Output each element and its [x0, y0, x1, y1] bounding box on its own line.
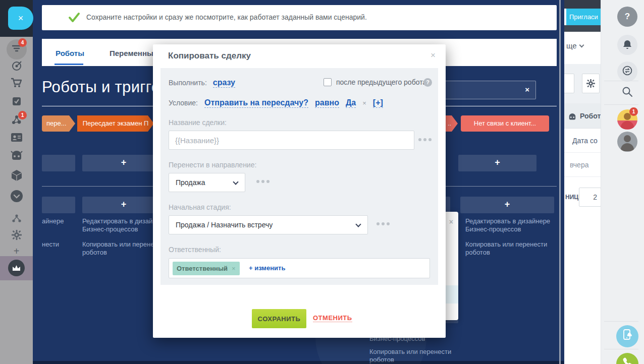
notifications-button[interactable]: [617, 35, 637, 55]
edit-in-designer-link[interactable]: айнере: [42, 217, 64, 225]
add-robot-button[interactable]: +: [460, 197, 554, 213]
robot-tab-label: Робот: [580, 112, 601, 120]
stage-select[interactable]: Продажа / Назначить встречу: [169, 215, 368, 234]
add-robot-button[interactable]: [42, 155, 75, 171]
add-robot-button[interactable]: +: [458, 155, 536, 171]
toolbar-button[interactable]: [564, 74, 574, 93]
sitemap-icon[interactable]: [0, 214, 33, 225]
execute-value-link[interactable]: сразу: [213, 78, 235, 88]
close-menu-button[interactable]: ×: [8, 7, 33, 30]
sidebar-item-crown[interactable]: [0, 256, 33, 280]
responsible-field[interactable]: Ответственный× + изменить: [169, 258, 430, 278]
tag-remove-icon[interactable]: ×: [232, 265, 236, 272]
help-icon[interactable]: ?: [423, 78, 432, 87]
invite-button[interactable]: Пригласи: [566, 9, 601, 25]
mobile-app-icon: [622, 329, 632, 340]
copy-robots-link[interactable]: роботов: [82, 249, 107, 257]
chevron-down-icon: [579, 43, 584, 48]
responsible-label: Ответственный:: [169, 246, 221, 254]
save-button[interactable]: СОХРАНИТЬ: [252, 309, 306, 328]
bell-icon: [623, 40, 632, 49]
date-column-header[interactable]: Дата со: [564, 129, 601, 153]
left-sidebar: 4 1 + ×: [0, 0, 33, 364]
copy-robots-link[interactable]: нести: [42, 240, 59, 249]
right-toolbar: ? 1: [601, 0, 644, 364]
more-label: ще: [566, 41, 577, 50]
edit-in-designer-link[interactable]: Редактировать в дизайнере: [465, 217, 550, 225]
mobile-app-button[interactable]: [616, 325, 638, 347]
telephony-button[interactable]: [616, 353, 638, 364]
deal-name-input[interactable]: [169, 131, 414, 150]
divider: [604, 104, 638, 105]
condition-label: Условие:: [169, 99, 198, 107]
chevron-down-icon: [355, 221, 361, 227]
divider: [604, 321, 638, 322]
cart-icon[interactable]: [0, 77, 33, 90]
copy-robots-link[interactable]: Копировать или перенести: [82, 240, 164, 249]
condition-value-link[interactable]: Да: [346, 98, 356, 108]
chevron-down-icon[interactable]: [0, 190, 33, 205]
chevron-down-icon: [233, 179, 238, 185]
stage-badge[interactable]: ..: [446, 115, 458, 132]
filter-icon[interactable]: [0, 43, 33, 56]
bottom-edge: [33, 361, 564, 364]
search-clear-icon[interactable]: ×: [525, 85, 529, 94]
chat-button[interactable]: [617, 62, 637, 82]
community-icon[interactable]: [0, 114, 33, 128]
tab-robots[interactable]: Роботы: [56, 49, 84, 57]
menu-dots-icon[interactable]: [377, 222, 390, 225]
more-dropdown[interactable]: ще: [566, 41, 583, 50]
top-bar: [564, 0, 601, 9]
add-robot-button[interactable]: [42, 197, 75, 213]
cube-icon[interactable]: [0, 169, 33, 184]
settings-button[interactable]: [582, 74, 600, 93]
hint-banner: Сохраните настройки и сразу же посмотрит…: [42, 5, 557, 30]
condition-operator-link[interactable]: равно: [315, 98, 339, 108]
menu-dots-icon[interactable]: [256, 180, 270, 183]
plus-icon[interactable]: +: [0, 246, 33, 257]
stage-select-value: Продажа / Назначить встречу: [176, 221, 273, 229]
condition-remove-icon[interactable]: ×: [362, 99, 366, 107]
copy-robots-link[interactable]: роботов: [465, 249, 490, 257]
search-button[interactable]: [617, 83, 637, 103]
phone-icon: [622, 357, 632, 364]
target-icon[interactable]: [0, 60, 33, 74]
stage-badge[interactable]: Нет связи с клиент...: [461, 115, 549, 132]
toolbar-block: [564, 64, 601, 103]
crown-icon: [8, 260, 25, 276]
avatar[interactable]: [617, 132, 637, 152]
per-page-input[interactable]: [579, 188, 601, 207]
change-responsible-link[interactable]: + изменить: [249, 264, 285, 272]
contacts-icon[interactable]: [0, 133, 33, 145]
cancel-button[interactable]: ОТМЕНИТЬ: [313, 314, 352, 322]
edit-in-designer-link[interactable]: Бизнес-процессов: [82, 225, 138, 233]
stage-label: Начальная стадия:: [169, 203, 231, 211]
responsible-tag-label: Ответственный: [177, 265, 228, 272]
copy-robots-link[interactable]: Копировать или перенести: [465, 240, 547, 249]
menu-dots-icon[interactable]: [418, 138, 432, 141]
execute-label: Выполнить:: [169, 79, 207, 87]
condition-row: Условие: Отправить на пересдачу? равно Д…: [169, 98, 383, 108]
stage-badge[interactable]: Пересдает экзамен П: [77, 115, 154, 132]
direction-select[interactable]: Продажа: [169, 173, 245, 192]
after-previous-checkbox[interactable]: [324, 78, 332, 86]
chat-icon: [622, 66, 632, 76]
tab-variables[interactable]: Переменные: [110, 49, 157, 57]
modal-body: Выполнить: сразу после предыдущего робот…: [160, 68, 438, 285]
edit-in-designer-link[interactable]: Бизнес-процессов: [465, 225, 521, 233]
tasks-icon[interactable]: [0, 96, 33, 109]
close-icon[interactable]: ×: [431, 50, 436, 60]
close-icon[interactable]: ×: [449, 218, 453, 226]
help-button[interactable]: ?: [617, 7, 637, 27]
robot-icon[interactable]: [0, 151, 33, 163]
condition-add-link[interactable]: [+]: [373, 98, 383, 108]
active-tab-underline: [55, 64, 83, 65]
stage-badge[interactable]: пере...: [42, 115, 75, 132]
slider-scrollbar[interactable]: [559, 0, 561, 364]
gear-icon[interactable]: [0, 230, 33, 242]
copy-robots-link[interactable]: Копировать или перенести: [369, 348, 451, 356]
checkmark-icon: [68, 12, 80, 23]
condition-field-link[interactable]: Отправить на пересдачу?: [204, 98, 308, 108]
robot-tab-row[interactable]: Робот: [564, 103, 601, 129]
sidebar-header: ×: [0, 0, 33, 37]
